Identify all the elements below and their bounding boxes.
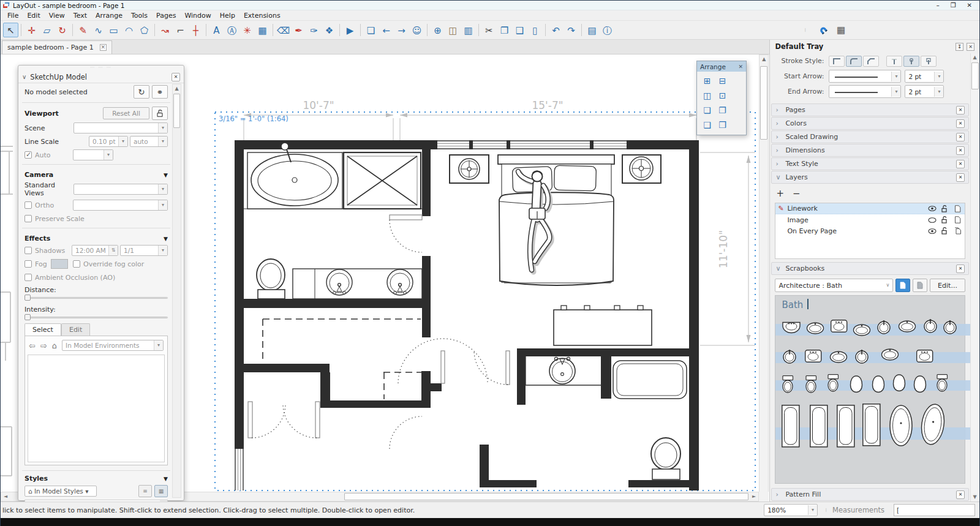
auto-checkbox[interactable] <box>24 151 32 159</box>
drawing-canvas[interactable]: 10'-7" 15'-7" 11'-10" 3/16" = 1'-0" (1:6… <box>1 54 769 502</box>
grid-snap-icon[interactable]: ▦ <box>834 23 848 37</box>
tool-scale-icon[interactable]: ▱ <box>39 23 55 37</box>
arrange-bring-forward-icon[interactable]: ❐ <box>715 103 729 117</box>
tool-select-icon[interactable]: ↖ <box>3 23 18 37</box>
line-scale-value-dropdown[interactable]: 0.10 pt▾ <box>89 136 128 147</box>
tool-label-icon[interactable]: Ⓐ <box>224 23 239 37</box>
tool-rectangle-icon[interactable]: ▭ <box>106 23 121 37</box>
section-layers-close-icon[interactable]: ✕ <box>956 173 965 182</box>
arrange-send-backward-icon[interactable]: ❑ <box>700 118 714 132</box>
reset-all-button[interactable]: Reset All <box>103 107 149 119</box>
styles-collapse-icon[interactable]: ▼ <box>164 476 168 482</box>
fog-checkbox[interactable] <box>24 260 32 268</box>
close-button[interactable]: ✕ <box>967 1 972 10</box>
scrapbook-edit-button[interactable]: Edit... <box>930 279 965 292</box>
stroke-round-cap-icon[interactable] <box>903 56 919 67</box>
tool-presentation-icon[interactable]: ▶ <box>342 23 358 37</box>
tool-add-page-icon[interactable]: ❏ <box>363 23 379 37</box>
layer-row-image[interactable]: Image <box>775 214 965 225</box>
preserve-scale-checkbox[interactable] <box>24 215 32 222</box>
camera-collapse-icon[interactable]: ▼ <box>164 172 168 178</box>
section-scrapbooks-close-icon[interactable]: ✕ <box>956 265 965 273</box>
override-fog-checkbox[interactable] <box>73 260 80 268</box>
tool-zoom-in-icon[interactable]: ⊕ <box>430 23 445 37</box>
layer-visible-icon[interactable] <box>927 228 937 234</box>
tool-cut-icon[interactable]: ✂ <box>481 23 497 37</box>
tool-info-icon[interactable]: ⓘ <box>600 23 615 37</box>
zoom-level-dropdown[interactable]: 180%▾ <box>764 504 818 516</box>
menu-view[interactable]: View <box>45 11 69 20</box>
object-snap-magnet-icon[interactable] <box>815 23 830 37</box>
tool-line-icon[interactable]: ✎ <box>75 23 91 37</box>
environments-list[interactable] <box>28 355 165 462</box>
line-scale-auto-dropdown[interactable]: auto▾ <box>130 136 168 147</box>
section-dimensions-close-icon[interactable]: ✕ <box>956 146 965 155</box>
tool-scatter-icon[interactable]: ✳ <box>239 23 255 37</box>
tool-pen-icon[interactable]: ✑ <box>306 23 322 37</box>
section-pattern-fill-close-icon[interactable]: ✕ <box>956 490 965 499</box>
remove-layer-button[interactable]: − <box>793 188 801 199</box>
menu-extensions[interactable]: Extensions <box>239 11 285 20</box>
tool-pattern-icon[interactable]: ❖ <box>322 23 337 37</box>
section-colors[interactable]: ›Colors✕ <box>771 117 969 130</box>
tool-style-eyedropper-icon[interactable]: ✒ <box>291 23 306 37</box>
section-text-style-close-icon[interactable]: ✕ <box>956 160 965 168</box>
layer-shared-pages-icon[interactable] <box>953 227 962 235</box>
panel-drag-handle[interactable]: ⋯ ⋯ ⋯ <box>18 66 184 71</box>
tool-text-icon[interactable]: A <box>209 23 224 37</box>
distance-slider[interactable] <box>24 294 168 301</box>
section-pages[interactable]: ›Pages✕ <box>771 103 969 116</box>
tool-previous-page-icon[interactable]: ← <box>379 23 394 37</box>
section-colors-close-icon[interactable]: ✕ <box>956 119 965 128</box>
styles-dropdown[interactable]: ⌂ In Model Styles ▾ <box>24 486 97 497</box>
layer-page-icon[interactable] <box>953 216 962 224</box>
section-layers[interactable]: ∨Layers✕ <box>771 171 969 184</box>
scene-dropdown[interactable]: ▾ <box>74 122 168 133</box>
styles-scroll-icon[interactable]: ▼ <box>160 500 167 502</box>
link-model-icon[interactable]: ⚭ <box>152 85 168 99</box>
tool-polygon-icon[interactable]: ⬠ <box>137 23 152 37</box>
menu-edit[interactable]: Edit <box>23 11 44 20</box>
panel-scroll-thumb[interactable] <box>173 94 180 128</box>
ao-checkbox[interactable] <box>24 274 32 281</box>
arrange-center-vertically-icon[interactable]: ⊟ <box>715 74 729 88</box>
end-arrow-width-dropdown[interactable]: 2 pt▾ <box>905 85 944 98</box>
section-scaled-drawing[interactable]: ›Scaled Drawing✕ <box>771 130 969 143</box>
arrange-center-horizontally-icon[interactable]: ⊞ <box>700 74 714 88</box>
auto-dropdown[interactable]: ▾ <box>73 149 113 160</box>
scroll-right-icon[interactable]: ► <box>750 492 758 501</box>
env-back-icon[interactable]: ⇦ <box>29 341 36 350</box>
env-forward-icon[interactable]: ⇨ <box>40 341 47 350</box>
horizontal-scroll-thumb[interactable] <box>344 493 748 500</box>
tool-eraser-icon[interactable]: ⌫ <box>276 23 291 37</box>
shadow-time-spinner[interactable]: 12:00 AM⇅ <box>72 245 118 256</box>
shadow-date-dropdown[interactable]: 1/1▾ <box>120 245 168 256</box>
menu-arrange[interactable]: Arrange <box>91 11 127 20</box>
ortho-dropdown[interactable]: ▾ <box>73 200 168 211</box>
fog-color-swatch[interactable] <box>51 259 68 269</box>
tool-freehand-icon[interactable]: ∿ <box>91 23 106 37</box>
viewport-lock-icon[interactable] <box>152 107 168 120</box>
layer-row-linework[interactable]: ✎ Linework <box>775 203 965 214</box>
tool-curve-icon[interactable]: ↝ <box>157 23 173 37</box>
tool-paste-icon[interactable]: ❑ <box>512 23 527 37</box>
measurements-input[interactable] <box>894 504 975 516</box>
environments-dropdown[interactable]: In Model Environments▾ <box>62 340 164 351</box>
layer-hidden-icon[interactable] <box>927 217 937 223</box>
arrange-bring-to-front-icon[interactable]: ❏ <box>700 103 714 117</box>
tab-close-icon[interactable]: ✕ <box>100 44 107 51</box>
layer-unlocked-icon[interactable] <box>940 227 949 235</box>
tool-elbow-icon[interactable]: ⌐ <box>173 23 188 37</box>
stroke-round-join-icon[interactable] <box>846 56 862 67</box>
stroke-butt-cap-icon[interactable] <box>886 56 902 67</box>
tray-close-icon[interactable]: ✕ <box>967 43 974 51</box>
section-pages-close-icon[interactable]: ✕ <box>956 106 965 115</box>
arrange-palette-header[interactable]: Arrange ✕ <box>697 61 746 72</box>
distance-slider-thumb[interactable] <box>24 295 31 301</box>
stroke-square-cap-icon[interactable] <box>921 56 937 67</box>
section-dimensions[interactable]: ›Dimensions✕ <box>771 144 969 157</box>
end-arrow-style-dropdown[interactable]: ▾ <box>829 85 901 98</box>
tool-table-icon[interactable]: ▦ <box>255 23 270 37</box>
ortho-checkbox[interactable] <box>24 201 32 209</box>
styles-grid-view-icon[interactable]: ▦ <box>154 485 168 497</box>
